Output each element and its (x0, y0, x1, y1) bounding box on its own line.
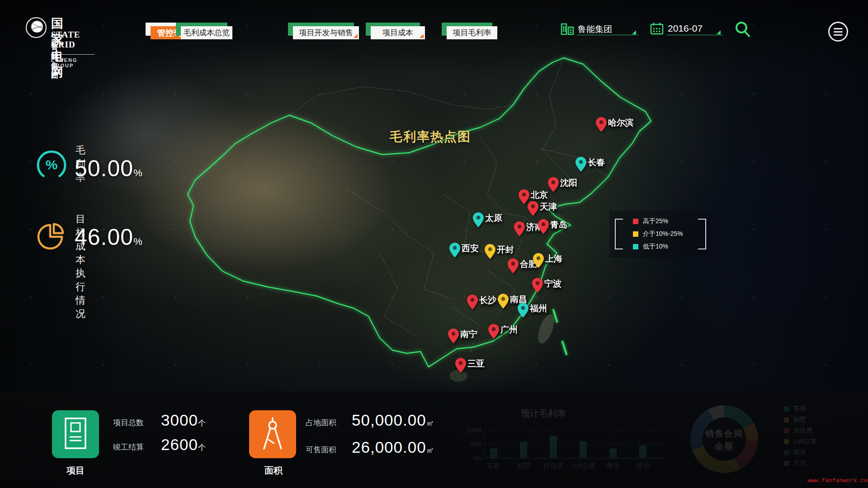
map-pin[interactable]: 青岛 (538, 219, 549, 235)
legend-bracket-left (615, 219, 623, 249)
calendar-icon (650, 22, 664, 35)
pin-city-label: 开封 (497, 244, 514, 256)
pin-marker-icon (533, 253, 544, 268)
legend-color-swatch (633, 231, 638, 237)
pin-marker-icon (532, 278, 543, 293)
svg-text:%: % (46, 157, 58, 172)
pin-marker-icon (498, 294, 509, 309)
area-card-label: 面积 (264, 465, 283, 477)
pin-marker-icon (518, 303, 528, 318)
pin-marker-icon (528, 201, 538, 216)
map-pin[interactable]: 太原 (473, 212, 484, 228)
pin-city-label: 哈尔滨 (608, 117, 634, 129)
pin-city-label: 北京 (531, 189, 548, 201)
pin-marker-icon (485, 244, 495, 259)
pin-city-label: 太原 (485, 212, 502, 224)
map-pin[interactable]: 南宁 (448, 328, 459, 344)
pin-city-label: 福州 (530, 303, 547, 314)
pin-marker-icon (514, 221, 525, 236)
project-card-icon-tile (52, 410, 99, 458)
pin-city-label: 上海 (545, 253, 562, 265)
tab-label: 项目成本 (371, 26, 425, 39)
date-dropdown-icon[interactable] (717, 30, 721, 34)
kv-value: 3000个 (161, 411, 206, 429)
map-pin[interactable]: 济南 (514, 221, 525, 237)
map-pin[interactable]: 广州 (488, 324, 499, 339)
kv-value: 2600个 (161, 436, 206, 454)
map-pin[interactable]: 哈尔滨 (596, 117, 607, 132)
pin-marker-icon (473, 212, 484, 227)
area-card-icon-tile (249, 410, 296, 458)
project-card-label: 项目 (66, 465, 85, 477)
document-icon (62, 417, 89, 452)
tab-corner-triangle-icon (354, 34, 358, 38)
pin-marker-icon (467, 295, 478, 310)
stat-unit: % (133, 236, 143, 247)
map-pin[interactable]: 三亚 (455, 358, 466, 373)
map-legend: 高于25%介于10%-25%低于10% (609, 211, 712, 258)
pin-city-label: 长春 (588, 157, 605, 169)
company-selector[interactable]: 鲁能集团 (578, 23, 612, 35)
map-pin[interactable]: 合肥 (508, 258, 519, 274)
kv-label: 占地面积 (306, 418, 336, 428)
kv-label: 竣工结算 (113, 442, 144, 452)
pin-city-label: 广州 (500, 324, 518, 336)
brand-subtitle-en: LUNENG GROUP (51, 57, 77, 68)
map-pin[interactable]: 长沙 (467, 295, 478, 310)
legend-color-swatch (633, 244, 638, 249)
pie-chart-icon (34, 219, 70, 255)
pin-marker-icon (488, 324, 499, 339)
map-pin[interactable]: 福州 (518, 303, 528, 318)
legend-label: 介于10%-25% (643, 230, 683, 238)
state-grid-logo-icon (25, 16, 47, 39)
tab-label: 毛利成本总览 (181, 26, 232, 39)
pin-marker-icon (596, 117, 607, 132)
map-legend-item: 低于10% (633, 243, 668, 250)
stat-value: 46.00 (75, 225, 133, 250)
map-pin[interactable]: 长春 (576, 157, 586, 172)
tab-label: 项目开发与销售 (293, 26, 359, 39)
nav-tab-2[interactable]: 毛利成本总览 (181, 26, 232, 39)
map-pin[interactable]: 沈阳 (548, 177, 559, 192)
hamburger-menu-icon[interactable] (828, 22, 848, 42)
pin-city-label: 天津 (540, 201, 557, 213)
nav-tab-5[interactable]: 项目毛利率 (447, 26, 497, 39)
stat-unit: % (133, 167, 143, 178)
legend-color-swatch (633, 219, 638, 224)
pin-city-label: 三亚 (467, 358, 485, 370)
date-underline (667, 35, 723, 35)
map-title: 毛利率热点图 (390, 128, 471, 145)
pin-marker-icon (448, 328, 459, 343)
legend-label: 高于25% (643, 217, 668, 225)
pin-marker-icon (449, 243, 460, 258)
map-pin[interactable]: 南昌 (498, 294, 509, 309)
map-legend-item: 介于10%-25% (633, 230, 683, 238)
pin-city-label: 西安 (462, 243, 479, 254)
map-pin[interactable]: 宁波 (532, 278, 543, 293)
map-pin[interactable]: 天津 (528, 201, 538, 216)
search-icon[interactable] (734, 21, 751, 38)
pin-marker-icon (548, 177, 559, 192)
pin-city-label: 宁波 (544, 278, 561, 290)
stat-value: 50.00 (75, 156, 133, 181)
brand-divider (51, 54, 94, 55)
pin-city-label: 南宁 (460, 328, 477, 340)
map-legend-item: 高于25% (633, 218, 668, 225)
pin-marker-icon (455, 358, 466, 373)
pin-city-label: 青岛 (550, 219, 567, 231)
nav-tab-3[interactable]: 项目开发与销售 (293, 26, 359, 39)
legend-bracket-right (698, 219, 706, 249)
company-dropdown-icon[interactable] (632, 30, 636, 34)
date-selector[interactable]: 2016-07 (668, 23, 703, 34)
map-pin[interactable]: 开封 (485, 244, 495, 259)
building-icon (561, 22, 574, 35)
map-pin[interactable]: 上海 (533, 253, 544, 268)
pin-city-label: 长沙 (479, 295, 496, 306)
map-pin[interactable]: 西安 (449, 243, 460, 258)
nav-tab-4[interactable]: 项目成本 (371, 26, 425, 39)
dashboard-root: ++++++++++++++++++++++++++++++++++++++++… (0, 0, 868, 488)
pin-marker-icon (538, 219, 549, 234)
tab-corner-triangle-icon (420, 34, 424, 38)
kv-label: 可售面积 (306, 445, 336, 455)
kv-label: 项目总数 (113, 418, 144, 428)
